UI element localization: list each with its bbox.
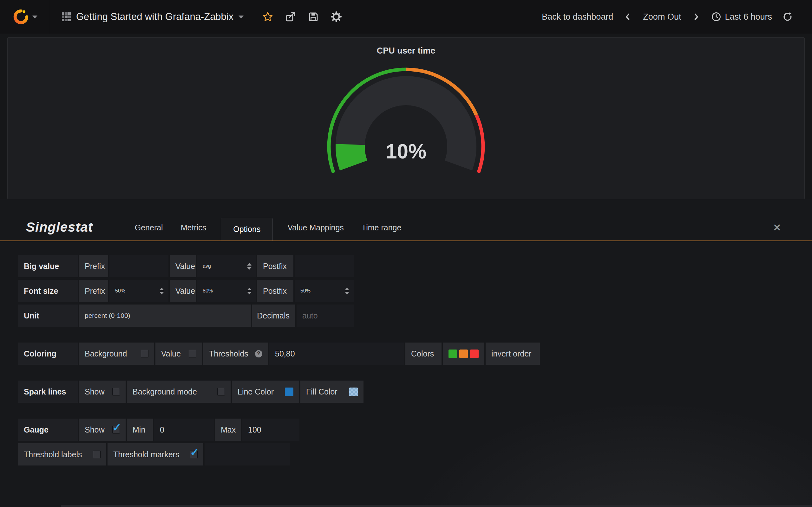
value-stat-selected: avg <box>203 263 211 269</box>
line-color-option: Line Color <box>232 381 299 403</box>
fill-color-swatch[interactable] <box>349 388 358 396</box>
value-font-size-selected: 80% <box>203 288 213 294</box>
fill-color-tint <box>349 388 358 396</box>
font-postfix-label: Postfix <box>257 280 293 302</box>
threshold-color-2-swatch[interactable] <box>459 349 468 358</box>
spark-background-mode-checkbox[interactable] <box>217 388 225 395</box>
save-button[interactable] <box>305 9 322 25</box>
unit-select[interactable]: percent (0-100) <box>79 304 251 327</box>
thresholds-label: Thresholds <box>209 349 248 358</box>
refresh-button[interactable] <box>780 9 796 25</box>
editor-tabs: General Metrics Options Value Mappings T… <box>126 218 410 240</box>
tab-metrics[interactable]: Metrics <box>179 223 208 232</box>
coloring-value-option: Value <box>155 343 202 365</box>
grafana-logo-icon <box>13 9 29 25</box>
postfix-font-size-select[interactable]: 50% <box>295 280 354 302</box>
value-label: Value <box>170 255 196 277</box>
gauge-row: Gauge Show ✓ Min Max <box>18 418 812 441</box>
gauge-thresholds-row: Threshold labels Threshold markers ✓ <box>18 443 812 465</box>
tab-value-mappings[interactable]: Value Mappings <box>286 223 345 232</box>
big-value-postfix-input[interactable] <box>295 255 354 277</box>
font-prefix-label: Prefix <box>79 280 108 302</box>
threshold-markers-checkbox[interactable]: ✓ <box>190 451 198 458</box>
line-color-label: Line Color <box>238 387 274 396</box>
chevron-right-icon <box>691 12 701 21</box>
options-form: Big value Prefix Value avg Postfix Font … <box>0 241 812 465</box>
threshold-color-3-swatch[interactable] <box>470 349 478 358</box>
star-button[interactable] <box>259 9 276 25</box>
coloring-row: Coloring Background Value Thresholds ? C… <box>18 343 812 365</box>
coloring-value-label: Value <box>161 349 181 358</box>
clock-icon <box>711 11 722 22</box>
big-value-prefix-input[interactable] <box>109 255 168 277</box>
big-value-label: Big value <box>18 255 78 277</box>
decimals-input[interactable] <box>297 304 354 327</box>
value-stat-select[interactable]: avg <box>197 255 256 277</box>
gauge-min-label: Min <box>127 418 153 441</box>
coloring-background-checkbox[interactable] <box>141 350 148 357</box>
share-button[interactable] <box>282 9 299 25</box>
settings-button[interactable] <box>328 9 345 25</box>
gauge-group: Gauge Show ✓ Min Max Threshold labels Th… <box>18 418 812 465</box>
panel-type-title: Singlestat <box>26 220 93 235</box>
postfix-label: Postfix <box>257 255 293 277</box>
coloring-background-option: Background <box>79 343 154 365</box>
gauge-show-checkbox[interactable]: ✓ <box>112 426 120 434</box>
coloring-value-checkbox[interactable] <box>189 350 196 357</box>
prefix-font-size-selected: 50% <box>115 288 125 294</box>
close-editor-button[interactable]: × <box>771 223 783 232</box>
next-row-edge <box>61 505 812 507</box>
panel-title[interactable]: CPU user time <box>8 38 804 56</box>
spark-background-mode-label: Background mode <box>133 387 197 396</box>
chevron-left-icon <box>623 12 633 21</box>
time-shift-left-button[interactable] <box>621 9 635 24</box>
font-size-label: Font size <box>18 280 78 302</box>
tab-general[interactable]: General <box>133 223 165 232</box>
prefix-font-size-select[interactable]: 50% <box>109 280 168 302</box>
time-range-picker[interactable]: Last 6 hours <box>708 9 774 25</box>
value-font-size-select[interactable]: 80% <box>197 280 256 302</box>
threshold-labels-label: Threshold labels <box>24 450 82 459</box>
spark-show-checkbox[interactable] <box>112 388 120 395</box>
spark-show-label: Show <box>85 387 105 396</box>
gauge-show-label: Show <box>85 425 105 435</box>
fill-color-option: Fill Color <box>300 381 363 403</box>
grafana-logo-menu[interactable] <box>0 0 50 34</box>
thresholds-help-icon[interactable]: ? <box>255 350 262 357</box>
threshold-labels-option: Threshold labels <box>18 443 106 465</box>
dashboard-area: CPU user time 10% <box>0 34 812 199</box>
dashboard-title-dropdown[interactable]: Getting Started with Grafana-Zabbix <box>50 0 247 34</box>
time-shift-right-button[interactable] <box>689 9 703 24</box>
spark-lines-group: Spark lines Show Background mode Line Co… <box>18 381 812 403</box>
gauge-show-option: Show ✓ <box>79 418 125 441</box>
tab-time-range[interactable]: Time range <box>360 223 403 232</box>
dashboard-grid-icon <box>61 12 71 21</box>
svg-text:10%: 10% <box>386 140 426 163</box>
threshold-markers-option: Threshold markers ✓ <box>107 443 203 465</box>
back-to-dashboard-button[interactable]: Back to dashboard <box>539 10 616 24</box>
invert-order-button[interactable]: invert order <box>486 343 540 365</box>
tab-options[interactable]: Options <box>221 218 273 240</box>
refresh-icon <box>782 11 793 22</box>
spinner-icon <box>247 288 252 294</box>
line-color-swatch[interactable] <box>285 388 293 396</box>
spinner-icon <box>159 288 164 294</box>
decimals-label: Decimals <box>252 304 295 327</box>
coloring-background-label: Background <box>85 349 127 358</box>
gauge-max-input[interactable] <box>242 418 299 441</box>
dashboard-title: Getting Started with Grafana-Zabbix <box>76 11 234 22</box>
logo-caret-icon <box>32 15 38 18</box>
thresholds-input[interactable] <box>269 343 404 365</box>
zoom-out-button[interactable]: Zoom Out <box>641 10 683 24</box>
star-icon <box>262 11 273 22</box>
coloring-label: Coloring <box>18 343 78 365</box>
gear-icon <box>331 11 342 22</box>
spinner-icon <box>345 288 349 294</box>
threshold-labels-checkbox[interactable] <box>93 451 101 458</box>
postfix-font-size-selected: 50% <box>300 288 310 294</box>
thresholds-label-cell: Thresholds ? <box>203 343 268 365</box>
threshold-color-1-swatch[interactable] <box>449 349 457 358</box>
cpu-gauge: 10% <box>323 67 489 181</box>
threshold-markers-label: Threshold markers <box>113 450 179 459</box>
gauge-min-input[interactable] <box>154 418 214 441</box>
